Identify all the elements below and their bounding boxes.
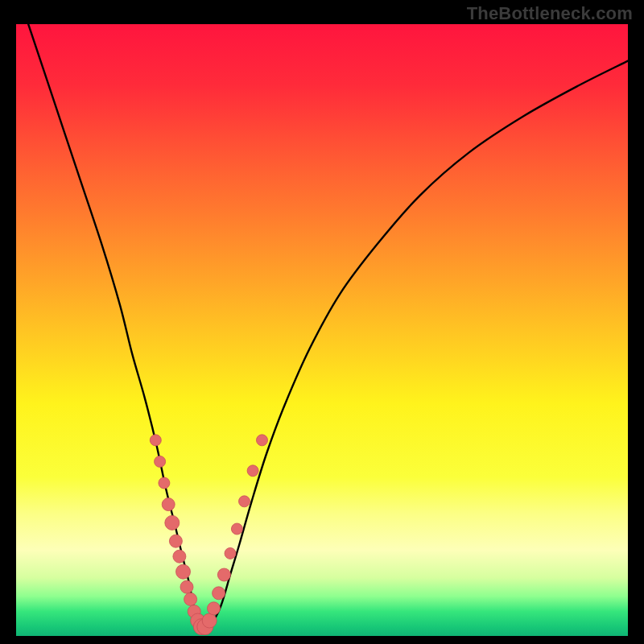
- sample-dot: [257, 435, 268, 446]
- sample-dot: [202, 613, 217, 628]
- sample-dot: [213, 587, 225, 600]
- sample-dot: [184, 592, 197, 605]
- sample-dot: [165, 515, 180, 530]
- sample-dot: [180, 580, 193, 593]
- sample-dot: [231, 523, 242, 535]
- sample-dot: [173, 550, 186, 563]
- sample-dot: [217, 568, 230, 581]
- sample-dot: [159, 477, 170, 489]
- sample-dot: [225, 547, 236, 559]
- sample-dot: [155, 456, 166, 467]
- sample-dot: [247, 465, 258, 477]
- sample-dot: [176, 564, 191, 579]
- bottleneck-chart: [16, 24, 628, 636]
- sample-dot: [169, 535, 182, 547]
- sample-dot: [208, 602, 221, 615]
- watermark-text: TheBottleneck.com: [467, 3, 633, 24]
- sample-dot: [239, 496, 250, 507]
- sample-dot: [150, 435, 161, 446]
- sample-dot: [162, 498, 175, 511]
- gradient-background: [16, 24, 628, 636]
